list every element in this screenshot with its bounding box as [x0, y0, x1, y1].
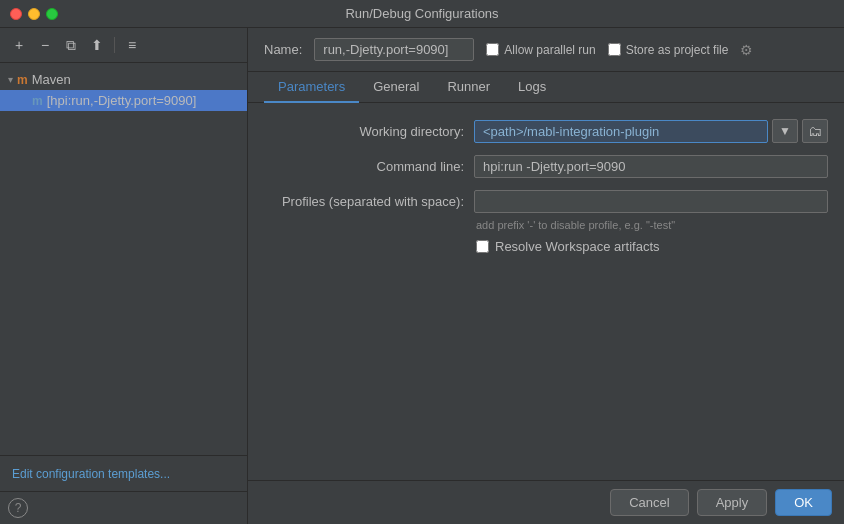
sidebar: + − ⧉ ⬆ ≡ ▾ m Maven m [hpi:run,-Djetty.p…	[0, 28, 248, 524]
parallel-run-checkbox[interactable]	[486, 43, 499, 56]
move-config-button[interactable]: ⬆	[86, 34, 108, 56]
profiles-hint: add prefix '-' to disable profile, e.g. …	[476, 219, 828, 231]
toolbar-separator	[114, 37, 115, 53]
command-line-row: Command line:	[264, 155, 828, 178]
resolve-artifacts-row: Resolve Workspace artifacts	[476, 239, 828, 254]
main-content: + − ⧉ ⬆ ≡ ▾ m Maven m [hpi:run,-Djetty.p…	[0, 28, 844, 524]
parallel-run-label: Allow parallel run	[504, 43, 595, 57]
copy-config-button[interactable]: ⧉	[60, 34, 82, 56]
working-dir-wrapper: ▼ 🗂	[474, 119, 828, 143]
right-panel: Name: Allow parallel run Store as projec…	[248, 28, 844, 524]
config-header: Name: Allow parallel run Store as projec…	[248, 28, 844, 72]
chevron-down-icon: ▾	[8, 74, 13, 85]
tabs-bar: Parameters General Runner Logs	[248, 72, 844, 103]
maximize-button[interactable]	[46, 8, 58, 20]
tab-general[interactable]: General	[359, 72, 433, 103]
command-line-label: Command line:	[264, 159, 464, 174]
sidebar-item-label: [hpi:run,-Djetty.port=9090]	[47, 93, 197, 108]
edit-templates-link[interactable]: Edit configuration templates...	[12, 467, 170, 481]
sidebar-tree: ▾ m Maven m [hpi:run,-Djetty.port=9090]	[0, 63, 247, 455]
store-project-checkbox[interactable]	[608, 43, 621, 56]
remove-config-button[interactable]: −	[34, 34, 56, 56]
sidebar-item-hpi-run[interactable]: m [hpi:run,-Djetty.port=9090]	[0, 90, 247, 111]
resolve-artifacts-label: Resolve Workspace artifacts	[495, 239, 660, 254]
cancel-button[interactable]: Cancel	[610, 489, 688, 516]
working-dir-browse-button[interactable]: 🗂	[802, 119, 828, 143]
parallel-run-group: Allow parallel run	[486, 43, 595, 57]
store-project-group: Store as project file	[608, 43, 729, 57]
sort-config-button[interactable]: ≡	[121, 34, 143, 56]
tree-group-maven: ▾ m Maven m [hpi:run,-Djetty.port=9090]	[0, 67, 247, 113]
add-config-button[interactable]: +	[8, 34, 30, 56]
title-bar: Run/Debug Configurations	[0, 0, 844, 28]
tab-runner[interactable]: Runner	[433, 72, 504, 103]
sidebar-group-label: Maven	[32, 72, 71, 87]
window-title: Run/Debug Configurations	[345, 6, 498, 21]
tab-logs[interactable]: Logs	[504, 72, 560, 103]
sidebar-item-maven-group[interactable]: ▾ m Maven	[0, 69, 247, 90]
maven-item-icon: m	[32, 94, 43, 108]
command-line-input[interactable]	[474, 155, 828, 178]
bottom-bar: Cancel Apply OK	[248, 480, 844, 524]
working-dir-input[interactable]	[474, 120, 768, 143]
close-button[interactable]	[10, 8, 22, 20]
window-controls	[10, 8, 58, 20]
gear-icon[interactable]: ⚙	[740, 42, 753, 58]
working-dir-clear-button[interactable]: ▼	[772, 119, 798, 143]
tab-parameters[interactable]: Parameters	[264, 72, 359, 103]
minimize-button[interactable]	[28, 8, 40, 20]
working-dir-row: Working directory: ▼ 🗂	[264, 119, 828, 143]
profiles-label: Profiles (separated with space):	[264, 194, 464, 209]
store-project-label: Store as project file	[626, 43, 729, 57]
ok-button[interactable]: OK	[775, 489, 832, 516]
resolve-artifacts-checkbox[interactable]	[476, 240, 489, 253]
maven-icon: m	[17, 73, 28, 87]
working-dir-label: Working directory:	[264, 124, 464, 139]
profiles-row: Profiles (separated with space):	[264, 190, 828, 213]
form-content: Working directory: ▼ 🗂 Command line: Pro…	[248, 103, 844, 480]
profiles-input[interactable]	[474, 190, 828, 213]
apply-button[interactable]: Apply	[697, 489, 768, 516]
help-button[interactable]: ?	[8, 498, 28, 518]
sidebar-toolbar: + − ⧉ ⬆ ≡	[0, 28, 247, 63]
config-name-input[interactable]	[314, 38, 474, 61]
sidebar-bottom: Edit configuration templates...	[0, 455, 247, 491]
sidebar-help-bar: ?	[0, 491, 247, 524]
name-label: Name:	[264, 42, 302, 57]
